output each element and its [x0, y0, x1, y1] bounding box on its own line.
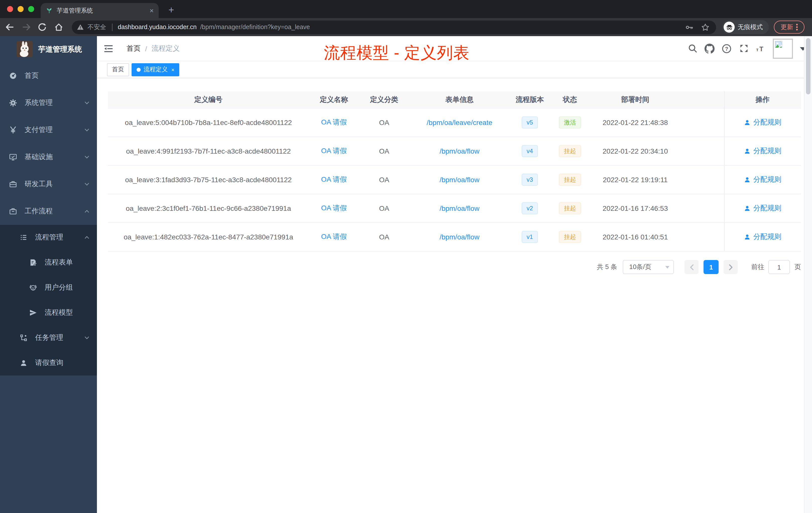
page-size-select[interactable]: 10条/页	[623, 260, 674, 274]
tab-close-icon[interactable]: ×	[150, 7, 154, 14]
page-size-value: 10条/页	[629, 263, 651, 272]
sidebar-logo[interactable]: 芋道管理系统	[0, 36, 97, 62]
home-icon[interactable]	[54, 22, 64, 32]
user-icon	[744, 233, 751, 240]
tag-label: 流程定义	[144, 65, 168, 74]
definition-name-link[interactable]: OA 请假	[321, 233, 347, 240]
help-icon[interactable]: ?	[722, 43, 732, 54]
user-icon	[744, 119, 751, 126]
goto-page-input[interactable]	[768, 260, 790, 274]
sidebar-item-label: 基础设施	[25, 153, 53, 162]
sidebar-item-payment[interactable]: 支付管理	[0, 117, 97, 144]
user-icon	[744, 147, 751, 154]
face-group-icon	[29, 283, 37, 292]
version-badge: v5	[522, 117, 538, 128]
deploy-time: 2022-01-16 17:46:53	[590, 204, 680, 212]
table-row: oa_leave:2:3c1f0ef1-76b1-11ec-9c66-a2380…	[108, 194, 801, 223]
next-page-button[interactable]	[724, 260, 738, 274]
form-link[interactable]: /bpm/oa/flow	[440, 233, 480, 241]
update-label[interactable]: 更新	[781, 23, 793, 31]
page-unit-label: 页	[794, 263, 801, 272]
fixed-column-divider	[724, 91, 725, 251]
col-header-status: 状态	[550, 95, 590, 104]
not-secure-label[interactable]: 不安全	[87, 23, 106, 31]
back-icon[interactable]	[4, 22, 14, 32]
browser-tab[interactable]: 芋道管理系统 ×	[41, 3, 159, 18]
search-icon[interactable]	[688, 43, 697, 54]
sidebar-item-process-model[interactable]: 流程模型	[0, 300, 97, 325]
definition-name-link[interactable]: OA 请假	[321, 147, 347, 155]
current-page-button[interactable]: 1	[703, 260, 719, 274]
window-minimize-button[interactable]	[18, 6, 24, 12]
breadcrumb-current: 流程定义	[152, 44, 180, 53]
sidebar-collapse-icon[interactable]	[103, 43, 114, 54]
tag-process-definition[interactable]: 流程定义 ×	[132, 63, 179, 76]
definition-name-link[interactable]: OA 请假	[321, 118, 347, 126]
page-content: 定义编号 定义名称 定义分类 表单信息 流程版本 状态 部署时间 操作 oa_l…	[97, 78, 812, 274]
sidebar-item-leave-query[interactable]: 请假查询	[0, 350, 97, 375]
assign-rule-link[interactable]: 分配规则	[744, 232, 781, 241]
sidebar: 芋道管理系统 首页 系统管理 支付管理	[0, 36, 97, 513]
chevron-down-icon	[84, 181, 90, 187]
url-host: dashboard.yudao.iocoder.cn	[118, 24, 197, 31]
prev-page-button[interactable]	[685, 260, 698, 274]
main-area: 首页 / 流程定义 流程模型 - 定义列表 ?	[97, 36, 812, 513]
assign-rule-link[interactable]: 分配规则	[744, 175, 781, 184]
assign-rule-link[interactable]: 分配规则	[744, 204, 781, 213]
sidebar-item-user-group[interactable]: 用户分组	[0, 275, 97, 300]
goto-label: 前往	[751, 263, 764, 272]
tag-home[interactable]: 首页	[107, 63, 129, 76]
sidebar-item-label: 流程表单	[45, 258, 73, 267]
bookmark-star-icon[interactable]	[701, 23, 709, 31]
fullscreen-icon[interactable]	[739, 43, 749, 54]
password-key-icon[interactable]	[685, 23, 694, 31]
sidebar-item-process-management[interactable]: 流程管理	[0, 225, 97, 250]
table-row: oa_leave:1:482ec033-762a-11ec-8477-a2380…	[108, 223, 801, 251]
form-link[interactable]: /bpm/oa/leave/create	[427, 118, 492, 126]
not-secure-warning-icon	[77, 24, 84, 31]
chevron-up-icon	[84, 234, 90, 240]
form-link[interactable]: /bpm/oa/flow	[440, 204, 480, 212]
screenshot-annotation: 流程模型 - 定义列表	[324, 43, 469, 63]
sidebar-item-home[interactable]: 首页	[0, 62, 97, 89]
chrome-update-button[interactable]: 更新	[774, 21, 805, 34]
definition-name-link[interactable]: OA 请假	[321, 204, 347, 212]
browser-window: 芋道管理系统 × + 不安全 dashboard.yudao.iocoder.c…	[0, 0, 812, 513]
col-header-time: 部署时间	[590, 95, 680, 104]
kebab-menu-icon[interactable]	[796, 24, 798, 31]
definition-id: oa_leave:1:482ec033-762a-11ec-8477-a2380…	[108, 233, 309, 241]
scrollbar-thumb[interactable]	[806, 38, 811, 94]
form-link[interactable]: /bpm/oa/flow	[440, 176, 480, 184]
sidebar-item-dev-tools[interactable]: 研发工具	[0, 171, 97, 198]
font-size-icon[interactable]: тT	[756, 43, 766, 54]
form-link[interactable]: /bpm/oa/flow	[440, 147, 480, 155]
forward-icon[interactable]	[22, 22, 32, 32]
address-bar[interactable]: 不安全 dashboard.yudao.iocoder.cn/bpm/manag…	[72, 20, 716, 34]
sidebar-item-workflow[interactable]: 工作流程	[0, 198, 97, 225]
dashboard-icon	[9, 72, 17, 80]
page-scrollbar[interactable]	[804, 36, 812, 513]
tag-close-icon[interactable]: ×	[171, 66, 174, 72]
github-icon[interactable]	[704, 43, 715, 54]
window-close-button[interactable]	[7, 6, 13, 12]
tags-view-bar: 首页 流程定义 ×	[97, 61, 812, 78]
deploy-time: 2022-01-16 01:40:51	[590, 233, 680, 241]
definition-id: oa_leave:5:004b710b-7b8a-11ec-8ef0-acde4…	[108, 118, 309, 126]
assign-rule-link[interactable]: 分配规则	[744, 146, 781, 155]
assign-rule-link[interactable]: 分配规则	[744, 118, 781, 127]
sidebar-item-task-management[interactable]: 任务管理	[0, 325, 97, 350]
definition-category: OA	[359, 147, 409, 155]
sidebar-item-infrastructure[interactable]: 基础设施	[0, 144, 97, 171]
yen-icon	[9, 126, 17, 134]
reload-icon[interactable]	[37, 22, 47, 32]
sidebar-item-process-form[interactable]: 流程表单	[0, 250, 97, 275]
favicon-plant-icon	[46, 7, 53, 14]
window-zoom-button[interactable]	[28, 6, 34, 12]
sidebar-item-system[interactable]: 系统管理	[0, 89, 97, 117]
breadcrumb-home[interactable]: 首页	[126, 44, 141, 53]
user-avatar-broken-image[interactable]	[773, 38, 793, 58]
pagination-total: 共 5 条	[597, 263, 617, 272]
new-tab-button[interactable]: +	[165, 3, 178, 17]
definition-name-link[interactable]: OA 请假	[321, 175, 347, 183]
definition-category: OA	[359, 233, 409, 241]
